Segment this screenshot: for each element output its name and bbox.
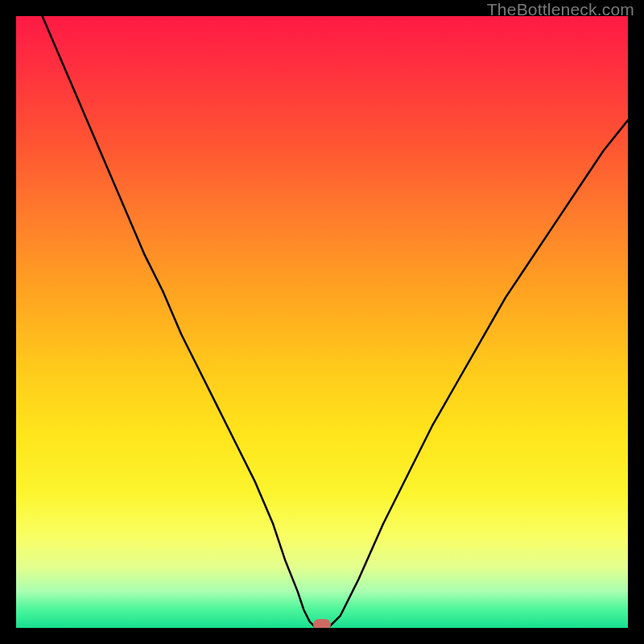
- optimal-point-marker: [313, 619, 331, 628]
- chart-frame: TheBottleneck.com: [0, 0, 644, 644]
- bottleneck-curve: [16, 16, 628, 628]
- plot-area: [16, 16, 628, 628]
